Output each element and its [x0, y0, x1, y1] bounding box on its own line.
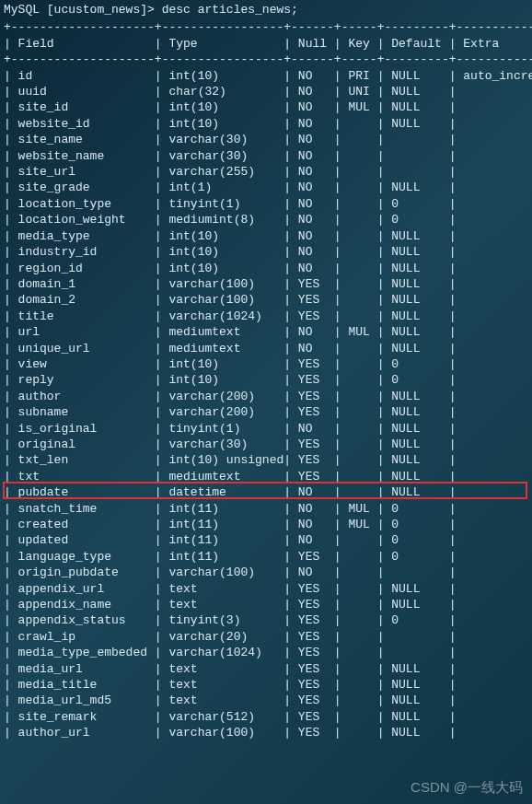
- table-row: | txt | mediumtext | YES | | NULL | |: [4, 469, 528, 484]
- table-separator-mid: +--------------------+-----------------+…: [4, 52, 528, 67]
- table-row: | site_remark | varchar(512) | YES | | N…: [4, 709, 528, 725]
- table-row: | view | int(10) | YES | | 0 | |: [4, 356, 528, 372]
- table-row: | domain_2 | varchar(100) | YES | | NULL…: [4, 292, 528, 308]
- table-row: | uuid | char(32) | NO | UNI | NULL | |: [4, 84, 528, 99]
- table-row: | unique_url | mediumtext | NO | | NULL …: [4, 341, 528, 356]
- table-row: | website_id | int(10) | NO | | NULL | |: [4, 116, 528, 132]
- table-row: | origin_pubdate | varchar(100) | NO | |…: [4, 565, 528, 580]
- table-row: | site_url | varchar(255) | NO | | | |: [4, 164, 528, 180]
- table-row: | original | varchar(30) | YES | | NULL …: [4, 437, 528, 452]
- table-row: | website_name | varchar(30) | NO | | | …: [4, 148, 528, 164]
- table-row: | media_url | text | YES | | NULL | |: [4, 661, 528, 677]
- table-row: | updated | int(11) | NO | | 0 | |: [4, 532, 528, 548]
- table-row: | reply | int(10) | YES | | 0 | |: [4, 372, 528, 388]
- mysql-prompt: MySQL [ucustom_news]> desc articles_news…: [4, 2, 528, 17]
- table-row: | region_id | int(10) | NO | | NULL | |: [4, 261, 528, 276]
- table-row: | snatch_time | int(11) | NO | MUL | 0 |…: [4, 501, 528, 517]
- table-row: | site_name | varchar(30) | NO | | | |: [4, 132, 528, 147]
- table-row: | appendix_status | tinyint(3) | YES | |…: [4, 612, 528, 628]
- table-row: | media_title | text | YES | | NULL | |: [4, 677, 528, 693]
- table-row: | crawl_ip | varchar(20) | YES | | | |: [4, 629, 528, 645]
- table-row: | media_type_embeded | varchar(1024) | Y…: [4, 645, 528, 660]
- table-row: | title | varchar(1024) | YES | | NULL |…: [4, 309, 528, 324]
- table-row: | created | int(11) | NO | MUL | 0 | |: [4, 517, 528, 532]
- table-row: | location_weight | mediumint(8) | NO | …: [4, 212, 528, 227]
- table-row: | location_type | tinyint(1) | NO | | 0 …: [4, 196, 528, 212]
- table-row: | url | mediumtext | NO | MUL | NULL | |: [4, 324, 528, 340]
- table-row: | id | int(10) | NO | PRI | NULL | auto_…: [4, 68, 528, 84]
- table-row: | is_original | tinyint(1) | NO | | NULL…: [4, 421, 528, 437]
- table-row: | industry_id | int(10) | NO | | NULL | …: [4, 244, 528, 260]
- table-row: | author | varchar(200) | YES | | NULL |…: [4, 389, 528, 404]
- table-row: | media_type | int(10) | NO | | NULL | |: [4, 228, 528, 244]
- table-row: | txt_len | int(10) unsigned| YES | | NU…: [4, 452, 528, 468]
- table-row: | site_id | int(10) | NO | MUL | NULL | …: [4, 99, 528, 115]
- table-row: | pubdate | datetime | NO | | NULL | |: [4, 484, 528, 500]
- watermark: CSDN @一线大码: [411, 779, 523, 797]
- table-row: | domain_1 | varchar(100) | YES | | NULL…: [4, 276, 528, 292]
- table-separator-top: +--------------------+-----------------+…: [4, 19, 528, 35]
- table-row: | appendix_name | text | YES | | NULL | …: [4, 597, 528, 612]
- table-row: | appendix_url | text | YES | | NULL | |: [4, 581, 528, 597]
- table-header-row: | Field | Type | Null | Key | Default | …: [4, 36, 528, 52]
- table-row: | site_grade | int(1) | NO | | NULL | |: [4, 180, 528, 195]
- table-row: | media_url_md5 | text | YES | | NULL | …: [4, 693, 528, 708]
- table-row: | language_type | int(11) | YES | | 0 | …: [4, 549, 528, 565]
- table-row: | author_url | varchar(100) | YES | | NU…: [4, 725, 528, 740]
- table-row: | subname | varchar(200) | YES | | NULL …: [4, 404, 528, 420]
- mysql-terminal: MySQL [ucustom_news]> desc articles_news…: [0, 0, 532, 743]
